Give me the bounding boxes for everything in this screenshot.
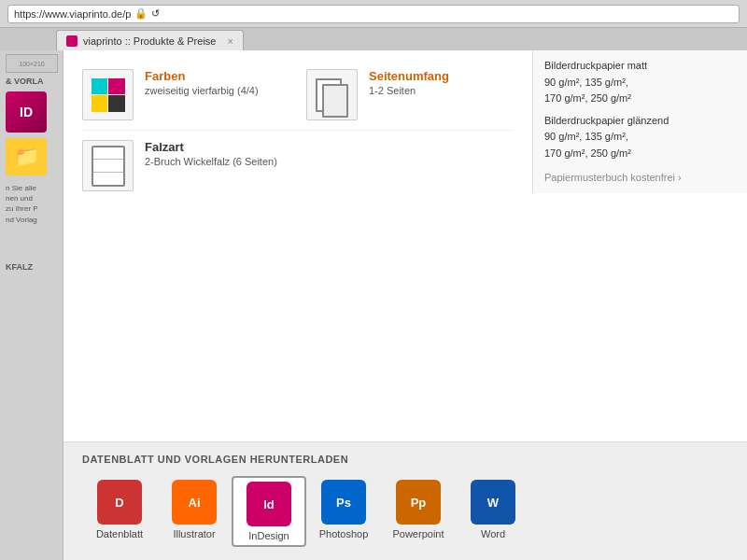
download-item-illustrator[interactable]: Ai Illustrator [157,476,232,543]
page-shape-front [322,84,348,118]
sidebar-text-line4: nd Vorlag [6,215,57,225]
illustrator-label: Illustrator [173,528,215,539]
url-text: https://www.viaprinto.de/p [14,8,131,20]
farben-icon-container [82,69,134,120]
content-sections: Farben zweiseitig vierfarbig (4/4) Seite… [63,50,530,210]
falzart-description: 2-Bruch Wickelfalz (6 Seiten) [145,156,277,167]
active-tab[interactable]: viaprinto :: Produkte & Preise × [56,30,244,50]
info-link-papiermusterbuch[interactable]: Papiermusterbuch kostenfrei › [544,170,736,187]
datenblatt-label: Datenblatt [96,528,143,539]
download-item-indesign[interactable]: Id InDesign [232,476,306,547]
datenblatt-icon-text: D [115,496,123,510]
sidebar-indesign-text: ID [20,105,33,119]
sidebar-section-label-vorlagen: & VORLA [6,77,57,86]
illustrator-icon-text: Ai [189,496,201,510]
tab-bar: viaprinto :: Produkte & Preise × [0,28,747,50]
seitenumfang-section: Seitenumfang 1-2 Seiten [306,69,512,120]
tab-title: viaprinto :: Produkte & Preise [83,35,216,47]
download-item-datenblatt[interactable]: D Datenblatt [82,476,157,543]
address-bar[interactable]: https://www.viaprinto.de/p 🔒 ↺ [7,5,740,23]
sidebar-text-block: n Sie alle nen und zu Ihrer P nd Vorlag [6,183,57,225]
seitenumfang-description: 1-2 Seiten [369,85,449,96]
powerpoint-label: Powerpoint [392,528,444,539]
farben-title: Farben [145,69,259,83]
download-title: DATENBLATT UND VORLAGEN HERUNTERLADEN [82,454,728,465]
farben-description: zweiseitig vierfarbig (4/4) [145,85,259,96]
powerpoint-icon-text: Pp [411,496,427,510]
download-item-powerpoint[interactable]: Pp Powerpoint [381,476,456,543]
word-icon-text: W [487,496,499,510]
sidebar-text-line3: zu Ihrer P [6,203,57,214]
powerpoint-icon: Pp [396,480,441,525]
swatch-cyan [92,78,108,95]
fold-shape-icon [92,146,125,187]
swatch-black [108,95,125,112]
falzart-section: Falzart 2-Bruch Wickelfalz (6 Seiten) [82,131,512,201]
sidebar-indesign-icon[interactable]: ID [6,91,47,133]
photoshop-icon-text: Ps [336,496,351,510]
info-text: Bilderdruckpapier matt 90 g/m², 135 g/m²… [544,58,736,186]
farben-section: Farben zweiseitig vierfarbig (4/4) [82,69,288,120]
left-sidebar: 100×210 & VORLA ID 📁 n Sie alle nen und … [0,50,63,560]
download-item-photoshop[interactable]: Ps Photoshop [306,476,381,543]
tab-close-button[interactable]: × [227,35,233,47]
info-line-4: Bilderdruckpapier glänzend [544,113,736,130]
seitenumfang-title: Seitenumfang [369,69,449,83]
indesign-icon: Id [247,482,291,526]
falzart-title: Falzart [145,140,277,154]
illustrator-icon: Ai [172,480,217,525]
fold-line-3 [93,173,123,185]
photoshop-label: Photoshop [319,528,369,539]
fold-line-1 [93,147,123,161]
photoshop-icon: Ps [321,480,366,525]
info-line-5: 90 g/m², 135 g/m², [544,129,736,146]
indesign-label: InDesign [248,530,289,541]
info-line-1: Bilderdruckpapier matt [544,58,736,75]
seitenumfang-info: Seitenumfang 1-2 Seiten [369,69,449,96]
folder-emoji: 📁 [14,145,39,169]
falzart-icon-container [82,140,134,191]
swatch-magenta [108,78,125,95]
fold-line-2 [93,160,123,173]
info-line-3: 170 g/m², 250 g/m² [544,91,736,107]
color-swatches-icon [92,78,125,112]
word-icon: W [471,480,515,525]
sidebar-text-line1: n Sie alle [6,183,57,193]
word-label: Word [481,528,505,539]
seitenumfang-icon-container [306,69,358,120]
info-line-6: 170 g/m², 250 g/m² [544,146,736,162]
download-section: DATENBLATT UND VORLAGEN HERUNTERLADEN D … [63,441,747,560]
swatch-yellow [92,95,108,112]
right-info-panel: Bilderdruckpapier matt 90 g/m², 135 g/m²… [532,50,747,193]
sidebar-folder-icon[interactable]: 📁 [6,138,47,175]
refresh-icon: ↺ [151,7,160,20]
farben-seitenumfang-row: Farben zweiseitig vierfarbig (4/4) Seite… [82,60,512,131]
datenblatt-icon: D [97,480,142,525]
sidebar-text-line2: nen und [6,193,57,203]
download-icons-row: D Datenblatt Ai Illustrator Id InDe [82,476,728,547]
falzart-info: Falzart 2-Bruch Wickelfalz (6 Seiten) [145,140,277,167]
indesign-icon-text: Id [263,497,275,511]
main-content: Bilderdruckpapier matt 90 g/m², 135 g/m²… [63,50,747,560]
info-line-2: 90 g/m², 135 g/m², [544,75,736,91]
farben-info: Farben zweiseitig vierfarbig (4/4) [145,69,259,96]
pages-icon [316,77,349,114]
sidebar-section-label-kfalz: KFALZ [6,262,57,272]
product-thumbnail: 100×210 [6,54,58,73]
lock-icon: 🔒 [134,7,148,20]
page-content: 100×210 & VORLA ID 📁 n Sie alle nen und … [0,50,747,560]
browser-bar: https://www.viaprinto.de/p 🔒 ↺ [0,0,747,28]
download-item-word[interactable]: W Word [456,476,530,543]
tab-favicon [66,35,78,47]
